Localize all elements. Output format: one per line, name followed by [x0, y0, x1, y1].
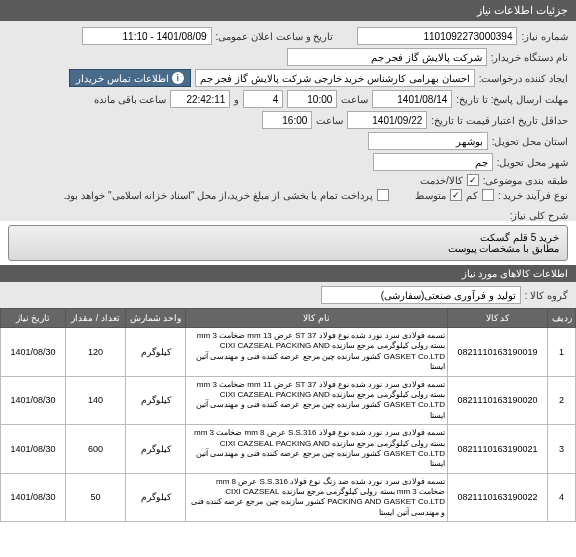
remain-text: ساعت باقی مانده: [94, 94, 167, 105]
col-date: تاریخ نیاز: [1, 309, 66, 328]
validity-time-field: 16:00: [262, 111, 312, 129]
table-row: 30821110163190021تسمه فولادی سرد نورد شد…: [1, 425, 576, 474]
cell-qty: 140: [66, 376, 126, 425]
cell-rownum: 2: [548, 376, 576, 425]
col-row: ردیف: [548, 309, 576, 328]
remain-and: و: [234, 94, 239, 105]
cell-qty: 50: [66, 473, 126, 522]
creator-field: احسان بهرامی کارشناس خرید خارجی شرکت پال…: [195, 69, 475, 87]
cell-name: تسمه فولادی سرد نورد شده نوع فولاد ST 37…: [186, 328, 448, 377]
contact-button-label: اطلاعات تماس خریدار: [76, 73, 169, 84]
remain-time-field: 22:42:11: [170, 90, 230, 108]
col-unit: واحد شمارش: [126, 309, 186, 328]
cell-date: 1401/08/30: [1, 473, 66, 522]
col-code: کد کالا: [448, 309, 548, 328]
process-note: پرداخت تمام یا بخشی از مبلغ خرید،از محل …: [64, 190, 373, 201]
reqno-label: شماره نیاز:: [521, 31, 568, 42]
deadline-label: مهلت ارسال پاسخ: تا تاریخ:: [456, 94, 568, 105]
group-label: گروه کالا :: [525, 290, 568, 301]
cell-date: 1401/08/30: [1, 376, 66, 425]
creator-label: ایجاد کننده درخواست:: [479, 73, 568, 84]
province-label: استان محل تحویل:: [492, 136, 568, 147]
cell-rownum: 4: [548, 473, 576, 522]
cell-rownum: 3: [548, 425, 576, 474]
cell-code: 0821110163190021: [448, 425, 548, 474]
buyer-label: نام دستگاه خریدار:: [491, 52, 568, 63]
info-icon: i: [172, 72, 184, 84]
process-label: نوع فرآیند خرید :: [498, 190, 568, 201]
reqno-field: 1101092273000394: [357, 27, 517, 45]
cell-rownum: 1: [548, 328, 576, 377]
process-mid-label: متوسط: [415, 190, 446, 201]
cell-unit: کیلوگرم: [126, 376, 186, 425]
description-box: خرید 5 قلم گسکت مطابق با مشخصات پیوست: [8, 225, 568, 261]
deadline-date-field: 1401/08/14: [372, 90, 452, 108]
cell-code: 0821110163190020: [448, 376, 548, 425]
items-section-header: اطلاعات کالاهای مورد نیاز: [0, 265, 576, 282]
col-qty: تعداد / مقدار: [66, 309, 126, 328]
service-option: کالا/خدمت: [420, 175, 463, 186]
cell-name: تسمه فولادی سرد نورد شده نوع فولاد ST 37…: [186, 376, 448, 425]
cell-unit: کیلوگرم: [126, 328, 186, 377]
cell-unit: کیلوگرم: [126, 473, 186, 522]
process-low-label: کم: [466, 190, 478, 201]
contact-buyer-button[interactable]: i اطلاعات تماس خریدار: [69, 69, 191, 87]
table-row: 10821110163190019تسمه فولادی سرد نورد شد…: [1, 328, 576, 377]
deadline-time-field: 10:00: [287, 90, 337, 108]
service-checkbox[interactable]: [467, 174, 479, 186]
province-field: بوشهر: [368, 132, 488, 150]
cell-date: 1401/08/30: [1, 425, 66, 474]
treasury-checkbox[interactable]: [377, 189, 389, 201]
city-label: شهر محل تحویل:: [497, 157, 568, 168]
cell-qty: 600: [66, 425, 126, 474]
group-row: گروه کالا : تولید و فرآوری صنعتی(سفارشی): [0, 282, 576, 308]
cell-name: تسمه فولادی سرد نورد شده نوع فولاد S.S.3…: [186, 425, 448, 474]
city-field: جم: [373, 153, 493, 171]
group-field: تولید و فرآوری صنعتی(سفارشی): [321, 286, 521, 304]
cell-code: 0821110163190019: [448, 328, 548, 377]
pubdate-field: 1401/08/09 - 11:10: [82, 27, 212, 45]
desc-label: شرح کلی نیاز:: [510, 210, 568, 221]
remain-days-field: 4: [243, 90, 283, 108]
desc-line1: خرید 5 قلم گسکت: [17, 232, 559, 243]
cell-date: 1401/08/30: [1, 328, 66, 377]
service-label: طبقه بندی موضوعی:: [483, 175, 568, 186]
table-row: 20821110163190020تسمه فولادی سرد نورد شد…: [1, 376, 576, 425]
cell-code: 0821110163190022: [448, 473, 548, 522]
table-row: 40821110163190022تسمه فولادی سرد نورد شد…: [1, 473, 576, 522]
validity-date-field: 1401/09/22: [347, 111, 427, 129]
validity-label: حداقل تاریخ اعتبار قیمت تا تاریخ:: [431, 115, 568, 126]
time-label-2: ساعت: [316, 115, 343, 126]
items-table: ردیف کد کالا نام کالا واحد شمارش تعداد /…: [0, 308, 576, 522]
desc-line2: مطابق با مشخصات پیوست: [17, 243, 559, 254]
form-area: شماره نیاز: 1101092273000394 تاریخ و ساع…: [0, 21, 576, 210]
cell-unit: کیلوگرم: [126, 425, 186, 474]
buyer-field: شرکت پالایش گاز فجر جم: [287, 48, 487, 66]
col-name: نام کالا: [186, 309, 448, 328]
page-header: جزئیات اطلاعات نیاز: [0, 0, 576, 21]
page-title: جزئیات اطلاعات نیاز: [477, 4, 568, 16]
cell-name: تسمه فولادی سرد نورد شده ضد زنگ نوع فولا…: [186, 473, 448, 522]
cell-qty: 120: [66, 328, 126, 377]
pubdate-label: تاریخ و ساعت اعلان عمومی:: [216, 31, 334, 42]
process-low-checkbox[interactable]: [482, 189, 494, 201]
process-mid-checkbox[interactable]: [450, 189, 462, 201]
time-label-1: ساعت: [341, 94, 368, 105]
